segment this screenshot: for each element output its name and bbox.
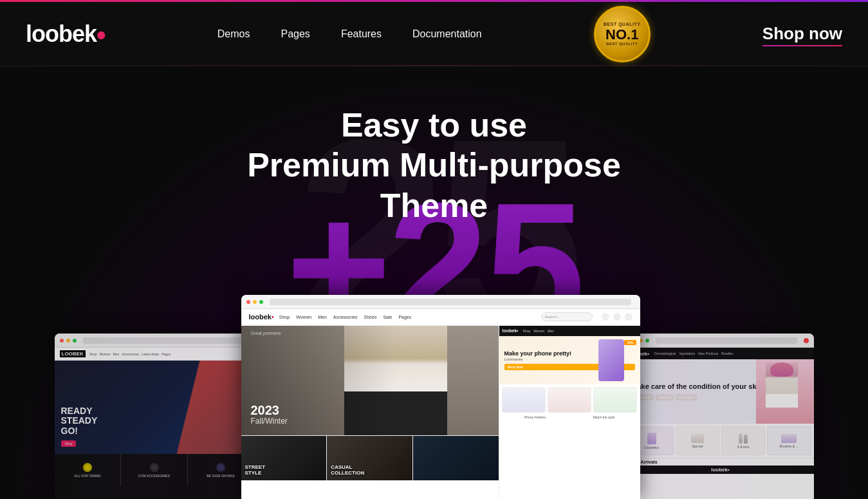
fashion-hero-text: 2023 Fall/Winter xyxy=(251,404,288,426)
beauty-header: loobek• DermatologicalIngredientsNew Pro… xyxy=(627,348,814,359)
spa-label: Spa set xyxy=(692,444,703,448)
sports-card-content: LOOBEK ShopWomenMenAccessoriesLatest dea… xyxy=(55,348,254,499)
btn-tautonly: Tautonyx xyxy=(656,394,674,400)
stons-bottles xyxy=(739,433,748,444)
browser-dot-green-c xyxy=(259,300,263,304)
fashion-nav: ShopWomenMenAccessoriesShoesSalePages xyxy=(279,315,411,319)
browser-dot-green-r xyxy=(645,339,649,343)
hero-section: 25 Easy to use Premium Multi-purpose The… xyxy=(0,66,868,499)
strip-casual: CasualCollection xyxy=(327,436,413,480)
nav-accent xyxy=(0,65,868,66)
browser-chrome-center xyxy=(241,295,640,309)
browser-address-bar xyxy=(83,337,245,344)
beauty-hero-title: Take care of the condition of your skin xyxy=(634,382,763,391)
btn-foundation: Foundation xyxy=(676,394,697,400)
great-premiere-label: Great premiere xyxy=(251,331,281,335)
badge-bottom-text: BEST QUALITY xyxy=(606,42,638,46)
brushes-icon xyxy=(781,434,797,443)
fashion-hero-panel: 2023 Fall/Winter Great premiere STREETST… xyxy=(241,326,499,499)
browser-chrome-left xyxy=(55,334,254,348)
browser-address-bar-r xyxy=(656,337,797,344)
nav-links: Demos Pages Features Documentation xyxy=(217,28,482,40)
nav-item-demos[interactable]: Demos xyxy=(217,28,250,39)
sports-hero: READYSTEADYGO! Shop xyxy=(55,361,254,454)
stons-label: S & tons xyxy=(737,445,750,449)
sports-title: READYSTEADYGO! xyxy=(61,406,98,436)
nav-item-features[interactable]: Features xyxy=(341,28,382,39)
fashion-season: Fall/Winter xyxy=(251,417,288,426)
cart-icon xyxy=(625,313,633,321)
beauty-footer-logo: loobek• xyxy=(627,466,814,474)
cat-stons: S & tons xyxy=(721,426,765,455)
brushes-label: Brushes & ... xyxy=(780,444,799,448)
sports-header: LOOBEK ShopWomenMenAccessoriesLatest dea… xyxy=(55,348,254,361)
beauty-categories: Cosmetics Spa set S & tons xyxy=(627,424,814,458)
fashion-bottom-strips: STREETSTYLE CasualCollection xyxy=(241,435,499,480)
sale-badge: 10% xyxy=(624,340,636,345)
fashion-year: 2023 xyxy=(251,404,288,417)
cat-tennis-label: ALL FOR TENNIS xyxy=(74,474,100,478)
cosmetics-icon xyxy=(647,433,656,444)
phone-product-2 xyxy=(548,387,591,413)
fashion-right-panel: loobek• ShopWomenMen 10% Make your phone… xyxy=(499,326,640,499)
browser-dot-red-c xyxy=(246,300,250,304)
sports-hero-text: READYSTEADYGO! Shop xyxy=(55,400,104,454)
fashion-header: loobek• ShopWomenMenAccessoriesShoesSale… xyxy=(241,309,640,326)
cat-tennis: ALL FOR TENNIS xyxy=(55,454,122,486)
browser-chrome-right xyxy=(627,334,814,348)
nav-item-pages[interactable]: Pages xyxy=(281,28,310,39)
cat-gym: GYM ACCESSORIES xyxy=(121,454,188,486)
cat-gym-label: GYM ACCESSORIES xyxy=(138,474,170,478)
beauty-person-img xyxy=(756,359,814,424)
screenshots-row: LOOBEK ShopWomenMenAccessoriesLatest dea… xyxy=(0,295,868,499)
beauty-card-content: loobek• DermatologicalIngredientsNew Pro… xyxy=(627,348,814,499)
beauty-nav: DermatologicalIngredientsNew ProductsBun… xyxy=(654,352,733,355)
screenshot-beauty[interactable]: loobek• DermatologicalIngredientsNew Pro… xyxy=(627,334,814,499)
cat-brushes: Brushes & ... xyxy=(767,426,811,455)
tennis-icon xyxy=(83,463,92,472)
sports-logo: LOOBEK xyxy=(60,350,86,357)
phone-products-row xyxy=(499,384,640,415)
browser-address-bar-c xyxy=(270,299,631,305)
cosmetics-label: Cosmetics xyxy=(644,446,659,449)
screenshot-fashion[interactable]: loobek• ShopWomenMenAccessoriesShoesSale… xyxy=(241,295,640,499)
logo[interactable]: loobek• xyxy=(26,21,106,48)
browser-dot-yellow xyxy=(66,339,70,343)
gym-icon xyxy=(150,463,159,472)
screenshot-sports[interactable]: LOOBEK ShopWomenMenAccessoriesLatest dea… xyxy=(55,334,254,499)
fashion-card-content: loobek• ShopWomenMenAccessoriesShoesSale… xyxy=(241,309,640,499)
fashion-search[interactable]: Search... xyxy=(541,312,593,321)
badge-number: NO.1 xyxy=(605,28,638,42)
fashion-header-icons xyxy=(602,313,633,321)
main-nav: loobek• Demos Pages Features Documentati… xyxy=(0,2,868,66)
cat-spa: Spa set xyxy=(676,426,719,455)
phone-logo: loobek• xyxy=(503,328,519,333)
phone-product-3 xyxy=(593,387,637,413)
shop-now-button[interactable]: Shop now xyxy=(762,24,842,44)
beauty-action-btns: Skin tones Tautonyx Foundation xyxy=(634,394,763,400)
logo-dot: • xyxy=(97,20,106,50)
phone-product-1 xyxy=(502,387,546,413)
logo-text: loobek xyxy=(26,21,97,47)
hero-text-block: Easy to use Premium Multi-purpose Theme xyxy=(247,105,621,225)
quality-badge: BEST QUALITY NO.1 BEST QUALITY xyxy=(594,6,651,62)
beauty-hair xyxy=(770,362,793,377)
beauty-hero: Take care of the condition of your skin … xyxy=(627,359,814,424)
phone-product-image xyxy=(598,339,624,381)
hero-heading: Easy to use Premium Multi-purpose Theme xyxy=(247,105,621,225)
sports-categories: ALL FOR TENNIS GYM ACCESSORIES BE SAFE O… xyxy=(55,454,254,486)
beauty-hero-text: Take care of the condition of your skin … xyxy=(627,376,770,406)
fashion-logo: loobek• xyxy=(249,313,274,321)
nav-item-documentation[interactable]: Documentation xyxy=(412,28,482,39)
browser-dot-green xyxy=(73,339,77,343)
strip-street: STREETSTYLE xyxy=(241,436,328,480)
spa-icon xyxy=(691,434,704,443)
phone-card-header: loobek• ShopWomenMen xyxy=(499,326,640,336)
cat-bike-label: BE SAFE ON BIKE xyxy=(207,474,235,478)
phone-product-labels: Phone Holders Match the style xyxy=(499,415,640,421)
strip-extra xyxy=(413,436,499,480)
sports-nav: ShopWomenMenAccessoriesLatest dealsPages xyxy=(89,352,171,356)
new-arrivals-label: New Arrivals xyxy=(627,458,814,466)
fashion-main: 2023 Fall/Winter Great premiere STREETST… xyxy=(241,326,640,499)
bike-icon xyxy=(216,463,225,472)
